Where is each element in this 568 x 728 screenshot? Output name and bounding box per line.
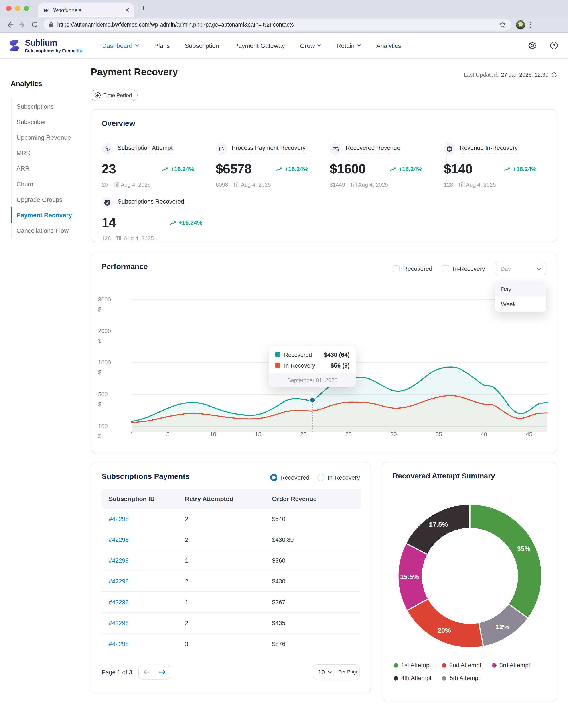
radio-in-recovery[interactable]: In-Recovery [317, 474, 360, 481]
url-bar[interactable]: https://autonamidemo.bwfdemos.com/wp-adm… [43, 19, 511, 31]
nav-analytics[interactable]: Analytics [376, 42, 401, 49]
subscription-link[interactable]: #42298 [102, 536, 185, 543]
browser-menu-icon[interactable] [530, 22, 531, 28]
metric-subtext: $1449 - Till Aug 4, 2025 [330, 182, 423, 188]
per-page-select[interactable]: 10 [313, 665, 337, 680]
sidebar-item-arr[interactable]: ARR [16, 160, 72, 176]
zoom-window-icon [24, 6, 29, 11]
col-subscription-id: Subscription ID [102, 495, 185, 502]
col-retry-attempted: Retry Attempted [185, 495, 272, 502]
new-tab-icon[interactable] [140, 5, 146, 11]
trend-badge: +16.24% [504, 166, 537, 172]
nav-payment-gateway[interactable]: Payment Gateway [234, 42, 285, 49]
table-row: #422982$540 [102, 509, 361, 529]
legend-dot [442, 663, 446, 667]
nav-grow[interactable]: Grow [300, 42, 322, 49]
gear-icon[interactable] [528, 41, 537, 50]
radio-recovered[interactable]: Recovered [270, 474, 310, 481]
svg-text:?: ? [553, 43, 555, 48]
table-row: #422981$360 [102, 550, 361, 571]
col-order-revenue: Order Revenue [272, 495, 352, 502]
close-tab-icon[interactable]: ✕ [125, 7, 129, 13]
metric-subtext: 128 - Till Aug 4, 2025 [444, 182, 537, 188]
sidebar-item-churn[interactable]: Churn [16, 176, 72, 192]
metric-label[interactable]: Revenue In-Recovery [460, 145, 518, 153]
metric-label[interactable]: Subscription Attempt [118, 145, 173, 153]
lock-icon [49, 22, 54, 27]
sidebar-item-upcoming-revenue[interactable]: Upcoming Revenue [16, 129, 72, 145]
metric-value: $1600 [330, 161, 366, 176]
svg-text:500: 500 [98, 391, 108, 398]
forward-icon[interactable] [16, 21, 28, 28]
trend-badge: +16.24% [390, 166, 423, 172]
checkbox-in-recovery[interactable]: In-Recovery [442, 265, 485, 272]
metric-value: $6578 [216, 161, 251, 176]
help-icon[interactable]: ? [550, 41, 558, 50]
tooltip-row-recovered: Recovered$430 (64) [269, 346, 356, 358]
per-page-control: 10 Per Page [313, 664, 360, 680]
subscription-link[interactable]: #42298 [102, 599, 185, 605]
dropdown-option-week[interactable]: Week [495, 297, 546, 312]
nav-subscription[interactable]: Subscription [185, 42, 219, 49]
sidebar-item-subscriber[interactable]: Subscriber [16, 114, 72, 129]
browser-chrome: W Woofunnels ✕ https://autonamidemo.bwfd… [0, 0, 568, 33]
subscription-link[interactable]: #42298 [102, 557, 185, 564]
svg-text:3000: 3000 [98, 296, 111, 303]
chevron-down-icon [135, 44, 139, 47]
legend-1st-attempt: 1st Attempt [394, 662, 431, 669]
sidebar-item-mrr[interactable]: MRR [16, 145, 72, 160]
time-period-button[interactable]: Time Period [90, 90, 138, 101]
next-page-button[interactable] [154, 665, 170, 679]
table-row: #422981$267 [102, 592, 361, 613]
subscription-link[interactable]: #42298 [102, 578, 185, 585]
sidebar-item-upgrade-groups[interactable]: Upgrade Groups [16, 192, 72, 207]
svg-text:$: $ [98, 401, 101, 407]
reload-icon[interactable] [28, 21, 41, 28]
metric-subtext: 128 - Till Aug 4, 2025 [102, 235, 202, 242]
browser-tab[interactable]: W Woofunnels ✕ [38, 3, 134, 17]
svg-text:15.5%: 15.5% [400, 573, 419, 580]
profile-avatar[interactable] [516, 20, 525, 29]
active-indicator [11, 207, 12, 223]
prev-page-button[interactable] [139, 665, 154, 679]
nav-dashboard[interactable]: Dashboard [102, 42, 139, 49]
metric-revenue-in-recovery: Revenue In-Recovery $140 +16.24% 128 - T… [433, 137, 547, 188]
legend-dot [394, 676, 398, 680]
per-page-label: Per Page [337, 665, 360, 680]
dropdown-option-day[interactable]: Day [495, 282, 546, 297]
trend-badge: +16.24% [170, 219, 202, 226]
refresh-icon[interactable] [551, 72, 557, 78]
brand-logo[interactable]: Sublium Subscriptions by FunnelKit [7, 38, 96, 53]
site-favicon: W [43, 6, 50, 14]
metric-subtext: 20 - Till Aug 4, 2025 [102, 182, 194, 188]
metric-label[interactable]: Recovered Revenue [346, 145, 400, 153]
back-icon[interactable] [4, 21, 16, 28]
sidebar-item-payment-recovery[interactable]: Payment Recovery [16, 207, 72, 223]
sidebar-item-subscriptions[interactable]: Subscriptions [16, 98, 72, 114]
legend-2nd-attempt: 2nd Attempt [442, 662, 481, 669]
screen: W Woofunnels ✕ https://autonamidemo.bwfd… [0, 0, 568, 728]
last-updated: Last Updated: 27 Jan 2026, 12:30 [464, 72, 557, 78]
checkbox-icon [393, 265, 400, 272]
browser-toolbar: https://autonamidemo.bwfdemos.com/wp-adm… [0, 17, 568, 33]
nav-retain[interactable]: Retain [337, 42, 361, 49]
svg-text:2000: 2000 [98, 328, 111, 334]
metric-label[interactable]: Subscriptions Recovered [118, 198, 184, 207]
sidebar: Subscriptions Subscriber Upcoming Revenu… [16, 98, 72, 238]
svg-text:35%: 35% [517, 545, 530, 552]
bookmark-star-icon[interactable] [499, 21, 506, 28]
interval-dropdown[interactable]: Day [495, 262, 546, 275]
nav-plans[interactable]: Plans [154, 42, 170, 49]
checkbox-recovered[interactable]: Recovered [393, 265, 433, 272]
window-controls[interactable] [6, 6, 29, 11]
subscription-link[interactable]: #42298 [102, 620, 185, 626]
svg-text:20%: 20% [438, 627, 451, 634]
subscription-link[interactable]: #42298 [102, 515, 185, 522]
subscription-link[interactable]: #42298 [102, 641, 185, 647]
metric-label[interactable]: Process Payment Recovery [232, 145, 306, 153]
table-header: Subscription ID Retry Attempted Order Re… [102, 489, 361, 509]
tab-strip: W Woofunnels ✕ [0, 0, 568, 17]
chart-tooltip: Recovered$430 (64) In-Recovery$56 (9) Se… [269, 346, 356, 387]
sidebar-item-cancellations-flow[interactable]: Cancellations Flow [16, 223, 72, 238]
minimize-window-icon [15, 6, 20, 11]
